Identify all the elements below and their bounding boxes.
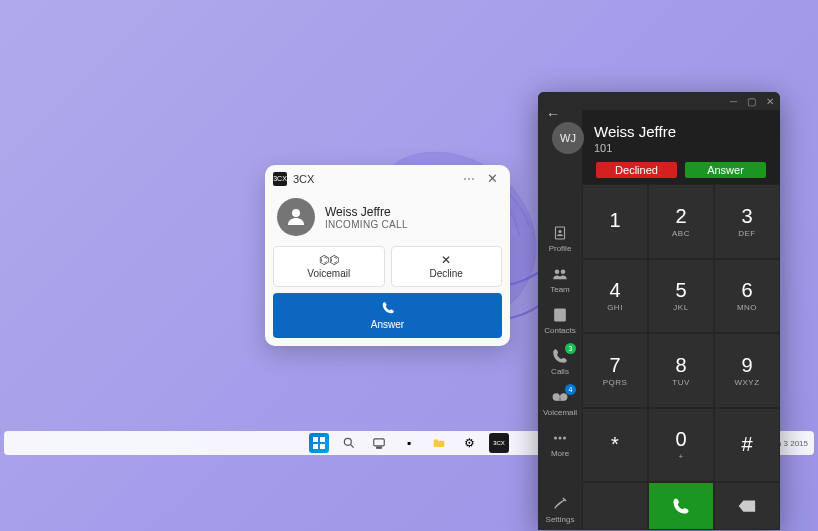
svg-point-11	[555, 270, 560, 275]
sidebar-item-calls[interactable]: 3 Calls	[538, 341, 582, 382]
svg-point-18	[554, 437, 557, 440]
start-button[interactable]	[309, 433, 329, 453]
key-4[interactable]: 4GHI	[582, 259, 648, 334]
answer-button[interactable]: Answer	[273, 293, 502, 338]
search-button[interactable]	[339, 433, 359, 453]
svg-point-12	[561, 270, 566, 275]
sidebar-item-more[interactable]: More	[538, 423, 582, 464]
svg-rect-3	[320, 444, 325, 449]
key-6[interactable]: 6MNO	[714, 259, 780, 334]
svg-point-4	[344, 438, 351, 445]
dialer-blank-action	[582, 482, 648, 530]
incoming-call-notification: 3CX 3CX ⋯ ✕ Weiss Jeffre INCOMING CALL ⌬…	[265, 165, 510, 346]
svg-point-10	[559, 230, 562, 233]
calls-badge: 3	[565, 343, 576, 354]
svg-rect-7	[377, 447, 382, 448]
dialer-window: ─ ▢ ✕ ← Profile Team Contacts 3 Calls	[538, 92, 780, 530]
svg-rect-0	[313, 437, 318, 442]
phone-icon	[273, 301, 502, 317]
sidebar-item-voicemail[interactable]: 4 Voicemail	[538, 382, 582, 423]
svg-rect-6	[374, 439, 385, 446]
svg-point-16	[561, 394, 567, 400]
key-1[interactable]: 1	[582, 184, 648, 259]
close-icon: ✕	[392, 254, 502, 266]
taskbar-app-2[interactable]: ⚙	[459, 433, 479, 453]
key-8[interactable]: 8TUV	[648, 333, 714, 408]
close-button[interactable]: ✕	[766, 96, 774, 107]
status-answer[interactable]: Answer	[685, 162, 766, 178]
caller-avatar	[277, 198, 315, 236]
svg-point-20	[563, 437, 566, 440]
sidebar-item-settings[interactable]: Settings	[538, 489, 582, 530]
card-menu-button[interactable]: ⋯	[463, 172, 475, 186]
voicemail-badge: 4	[565, 384, 576, 395]
maximize-button[interactable]: ▢	[747, 96, 756, 107]
dial-call-button[interactable]	[648, 482, 714, 530]
key-0[interactable]: 0+	[648, 408, 714, 483]
card-close-button[interactable]: ✕	[483, 171, 502, 186]
minimize-button[interactable]: ─	[730, 96, 737, 107]
decline-button[interactable]: ✕ Decline	[391, 246, 503, 287]
key-hash[interactable]: #	[714, 408, 780, 483]
voicemail-icon: ⌬⌬	[274, 254, 384, 266]
app-icon: 3CX	[273, 172, 287, 186]
svg-point-8	[292, 209, 300, 217]
key-2[interactable]: 2ABC	[648, 184, 714, 259]
sidebar-item-profile[interactable]: Profile	[538, 218, 582, 259]
call-status: INCOMING CALL	[325, 219, 408, 230]
app-title: 3CX	[293, 173, 463, 185]
svg-rect-1	[320, 437, 325, 442]
dialer-extension: 101	[594, 142, 676, 154]
key-star[interactable]: *	[582, 408, 648, 483]
dialer-sidebar: Profile Team Contacts 3 Calls 4 Voicemai…	[538, 110, 582, 530]
dialer-titlebar: ─ ▢ ✕	[538, 92, 780, 110]
key-7[interactable]: 7PQRS	[582, 333, 648, 408]
svg-point-19	[559, 437, 562, 440]
key-5[interactable]: 5JKL	[648, 259, 714, 334]
backspace-button[interactable]	[714, 482, 780, 530]
svg-point-14	[559, 312, 562, 315]
svg-point-15	[553, 394, 559, 400]
voicemail-button[interactable]: ⌬⌬ Voicemail	[273, 246, 385, 287]
taskview-button[interactable]	[369, 433, 389, 453]
caller-name: Weiss Jeffre	[325, 205, 408, 219]
dialer-caller-name: Weiss Jeffre	[594, 123, 676, 140]
back-button[interactable]: ←	[546, 106, 560, 122]
key-9[interactable]: 9WXYZ	[714, 333, 780, 408]
key-3[interactable]: 3DEF	[714, 184, 780, 259]
dialer-caller-avatar: WJ	[552, 122, 584, 154]
sidebar-item-team[interactable]: Team	[538, 259, 582, 300]
keypad: 1 2ABC 3DEF 4GHI 5JKL 6MNO 7PQRS 8TUV 9W…	[582, 184, 780, 482]
status-declined[interactable]: Declined	[596, 162, 677, 178]
svg-rect-2	[313, 444, 318, 449]
sidebar-item-contacts[interactable]: Contacts	[538, 300, 582, 341]
taskbar-app-1[interactable]: ▪	[399, 433, 419, 453]
taskbar-3cx[interactable]: 3CX	[489, 433, 509, 453]
explorer-button[interactable]	[429, 433, 449, 453]
svg-line-5	[351, 445, 354, 448]
